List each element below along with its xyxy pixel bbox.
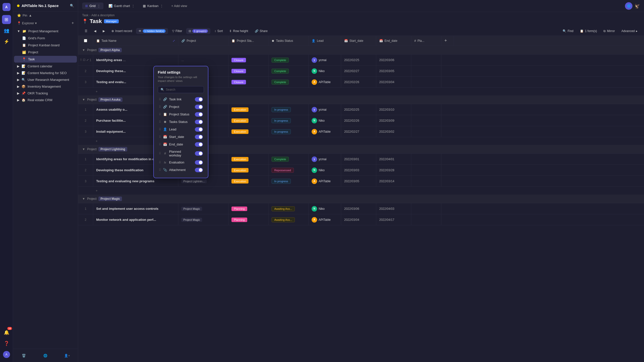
proj-status-cell[interactable]: Closure: [228, 77, 269, 87]
table-row[interactable]: ⠿ ☐ ⤢ 1 Identifying areas ... ... Closur…: [78, 55, 644, 66]
start-date-cell[interactable]: 2022/02/27: [341, 66, 376, 76]
kanban-menu-icon[interactable]: ⋮: [160, 4, 163, 8]
planned-cell[interactable]: [411, 203, 441, 214]
task-status-cell[interactable]: Complete: [269, 66, 309, 76]
trash-icon[interactable]: 🗑️: [20, 351, 28, 359]
gantt-menu-icon[interactable]: ⋮: [132, 4, 135, 8]
lead-cell[interactable]: NNiko: [309, 165, 341, 175]
planned-cell[interactable]: [411, 115, 441, 126]
planned-cell[interactable]: [411, 165, 441, 175]
proj-status-cell[interactable]: Execution: [228, 126, 269, 137]
field-settings-search[interactable]: 🔍 Search: [158, 86, 204, 93]
help-icon[interactable]: ❓: [2, 339, 11, 348]
end-date-cell[interactable]: 2022/04/17: [376, 214, 411, 225]
col-header-lead[interactable]: 👤 Lead: [309, 36, 341, 46]
sidebar-item-project-kanban[interactable]: 📋 Project Kanban board: [14, 42, 77, 49]
end-date-cell[interactable]: 2022/04/01: [376, 154, 411, 164]
start-date-cell[interactable]: 2022/03/01: [341, 154, 376, 164]
proj-status-cell[interactable]: Execution: [228, 176, 269, 187]
sidebar-item-task[interactable]: 📍 Task: [14, 56, 77, 63]
task-status-cell[interactable]: Awaiting Ass...: [269, 214, 309, 225]
field-item-tasks-status[interactable]: ⠿ ⏺ Tasks Status: [158, 118, 204, 126]
start-date-cell[interactable]: 2022/03/03: [341, 165, 376, 175]
start-date-cell[interactable]: 2022/02/27: [341, 126, 376, 137]
start-date-cell[interactable]: 2022/02/26: [341, 115, 376, 126]
planned-cell[interactable]: [411, 104, 441, 115]
proj-status-cell[interactable]: Closure: [228, 55, 269, 65]
notification-icon[interactable]: 🔔 13: [2, 328, 11, 337]
task-status-cell[interactable]: In progress: [269, 104, 309, 115]
field-toggle-evaluation[interactable]: [195, 160, 203, 165]
pin-section[interactable]: ⭐ Pin ▲: [13, 12, 78, 19]
insert-record-button[interactable]: ⊕ Insert record: [109, 28, 135, 34]
collapse-sidebar-button[interactable]: ☰: [82, 28, 90, 34]
end-date-cell[interactable]: 2022/03/04: [376, 77, 411, 87]
end-date-cell[interactable]: 2022/03/09: [376, 115, 411, 126]
field-toggle-planned[interactable]: [195, 151, 203, 156]
proj-status-cell[interactable]: Planning: [228, 214, 269, 225]
field-item-planned-workday[interactable]: ⠿ # Planned workday: [158, 148, 204, 159]
planned-cell[interactable]: [411, 55, 441, 65]
tab-gantt[interactable]: 📊 Gantt chart ⋮: [105, 3, 138, 9]
start-date-cell[interactable]: 2022/03/04: [341, 214, 376, 225]
proj-status-cell[interactable]: Execution: [228, 115, 269, 126]
add-column-button[interactable]: +: [441, 36, 454, 46]
group-header-alpha[interactable]: ▼ Project Project Alpha: [78, 46, 644, 55]
project-cell[interactable]: ...: [178, 55, 228, 65]
lead-cell[interactable]: yycmai: [309, 55, 341, 65]
template-icon[interactable]: 🌐: [41, 351, 49, 359]
advanced-button[interactable]: Advanced ▸: [619, 28, 640, 34]
sidebar-item-real-estate[interactable]: ▶ 🏠 Real estate CRM: [13, 97, 78, 103]
team-icon[interactable]: 👥: [2, 26, 11, 35]
sidebar-item-project[interactable]: 🗂️ Project: [14, 49, 77, 56]
end-date-cell[interactable]: 2022/03/02: [376, 126, 411, 137]
task-name-cell[interactable]: Monitor network and application perf...: [93, 214, 178, 225]
end-date-cell[interactable]: 2022/04/03: [376, 203, 411, 214]
share-button[interactable]: 🔗 Share: [252, 28, 270, 34]
task-status-cell[interactable]: Complete: [269, 77, 309, 87]
field-toggle-attachment[interactable]: [195, 168, 203, 172]
group-button[interactable]: ⊟ 1 group(s): [186, 28, 210, 34]
task-status-cell[interactable]: Complete: [269, 55, 309, 65]
sort-button[interactable]: ↕ Sort: [212, 28, 225, 34]
lead-cell[interactable]: NNiko: [309, 66, 341, 76]
start-date-cell[interactable]: 2022/03/06: [341, 203, 376, 214]
field-toggle-tasks-status[interactable]: [195, 120, 203, 124]
start-date-cell[interactable]: 2022/03/05: [341, 176, 376, 187]
find-button[interactable]: 🔍 Find: [560, 28, 576, 34]
planned-cell[interactable]: [411, 126, 441, 137]
end-date-cell[interactable]: 2022/03/05: [376, 66, 411, 76]
planned-cell[interactable]: [411, 176, 441, 187]
planned-cell[interactable]: [411, 154, 441, 164]
col-header-start-date[interactable]: 📅 Start_date: [341, 36, 376, 46]
header-checkbox[interactable]: [84, 39, 87, 42]
forms-button[interactable]: 📋 1 form(s): [577, 28, 599, 34]
task-name-cell[interactable]: Identifying areas ...: [93, 55, 178, 65]
bottom-avatar[interactable]: A: [2, 350, 11, 359]
explorer-section[interactable]: 📍 Explorer ▾ +: [13, 19, 78, 27]
group-header-magic[interactable]: ▼ Project Project Magic: [78, 195, 644, 203]
field-toggle-start-date[interactable]: [195, 135, 203, 139]
lead-cell[interactable]: NNiko: [309, 203, 341, 214]
planned-cell[interactable]: [411, 66, 441, 76]
table-row[interactable]: 2 Monitor network and application perf..…: [78, 214, 644, 225]
field-toggle-task-link[interactable]: [195, 97, 203, 102]
field-toggle-lead[interactable]: [195, 127, 203, 132]
lead-cell[interactable]: AAPITable: [309, 214, 341, 225]
proj-status-cell[interactable]: Closure: [228, 66, 269, 76]
sidebar-item-project-management[interactable]: ▼ 📁 Project Management: [13, 28, 78, 35]
task-name-cell[interactable]: Set and implement user access controls: [93, 203, 178, 214]
proj-status-cell[interactable]: Execution: [228, 165, 269, 175]
filter-button[interactable]: ▽ Filter: [170, 28, 185, 34]
field-item-task-link[interactable]: ⠿ 🔗 Task link: [158, 96, 204, 103]
lead-cell[interactable]: yycmai: [309, 104, 341, 115]
lead-cell[interactable]: yycmai: [309, 154, 341, 164]
lead-cell[interactable]: AAPITable: [309, 176, 341, 187]
lead-cell[interactable]: NNiko: [309, 115, 341, 126]
sidebar-item-okr[interactable]: ▶ 📌 OKR Tracking: [13, 90, 78, 97]
field-item-start-date[interactable]: ⠿ 📅 Start_date: [158, 133, 204, 141]
sidebar-item-content-calendar[interactable]: ▶ 📝 Content calendar: [13, 63, 78, 70]
lead-cell[interactable]: AAPITable: [309, 77, 341, 87]
add-item-icon[interactable]: +: [72, 21, 74, 25]
share-wing-icon[interactable]: 🦅: [634, 3, 640, 9]
